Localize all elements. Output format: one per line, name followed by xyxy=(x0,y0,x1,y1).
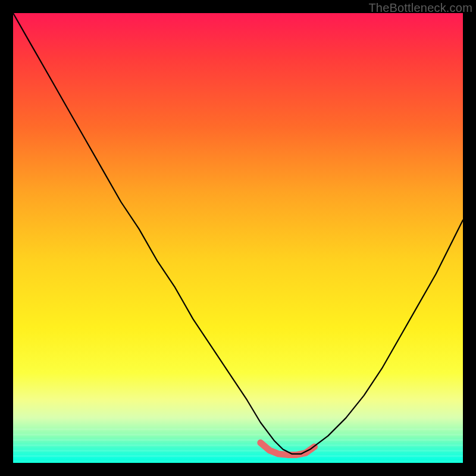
curve-svg-layer xyxy=(13,13,463,463)
bottleneck-curve xyxy=(13,13,463,454)
chart-frame: TheBottleneck.com xyxy=(0,0,476,476)
optimal-range-marker xyxy=(261,443,315,455)
plot-area xyxy=(13,13,463,463)
